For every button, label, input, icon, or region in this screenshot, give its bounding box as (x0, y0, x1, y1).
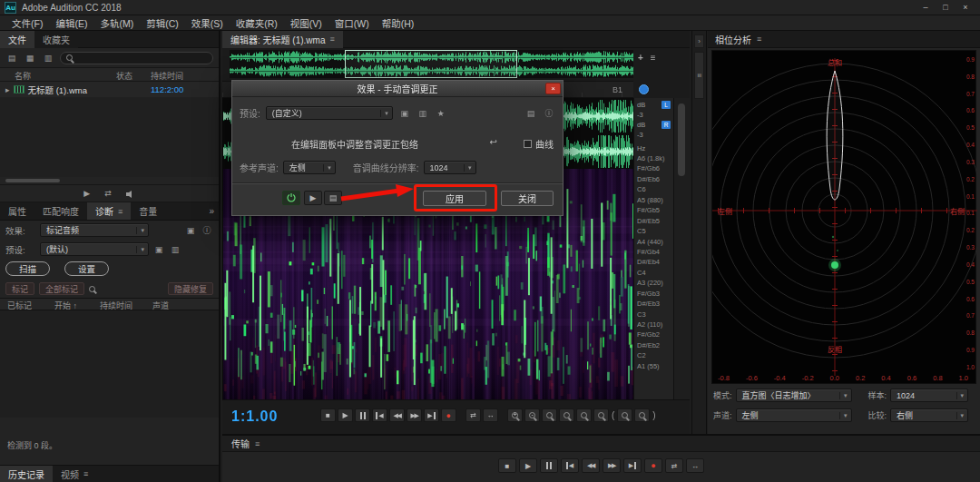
menu-item[interactable]: 帮助(H) (376, 15, 421, 31)
scrollbar-thumb[interactable] (678, 103, 685, 176)
spline-checkbox[interactable] (524, 140, 532, 148)
stop-button[interactable]: ■ (498, 458, 516, 473)
menu-item[interactable]: 窗口(W) (328, 15, 376, 31)
vertical-scrollbar[interactable] (673, 98, 690, 399)
zoom-full-button[interactable] (634, 408, 650, 422)
column-channel[interactable]: 声道 (152, 300, 169, 311)
rewind-button[interactable]: ◀◀ (582, 458, 600, 473)
panel-menu-icon[interactable]: ≡ (255, 439, 260, 448)
stop-button[interactable]: ■ (320, 408, 336, 422)
panel-menu-icon[interactable]: ≡ (651, 53, 656, 63)
preview-play-button[interactable]: ▶ (304, 191, 322, 205)
play-button[interactable]: ▶ (519, 458, 537, 473)
more-tabs-icon[interactable]: » (204, 206, 219, 216)
overview-selection[interactable] (345, 50, 517, 78)
expand-panel-button[interactable]: › (694, 34, 704, 48)
menu-item[interactable]: 剪辑(C) (140, 15, 185, 31)
loop-playback-button[interactable]: ⇄ (665, 458, 683, 473)
menu-item[interactable]: 编辑(E) (49, 15, 93, 31)
preset-dropdown[interactable]: (默认) ▾ (40, 242, 149, 256)
skip-selection-button[interactable]: ↔ (686, 458, 704, 473)
preview-loop-button[interactable]: ⇄ (104, 189, 112, 198)
info-icon[interactable]: ⓘ (543, 107, 555, 119)
tab-history[interactable]: 历史记录 (0, 466, 53, 482)
dialog-close-button[interactable]: 关闭 (501, 191, 554, 206)
mode-dropdown[interactable]: 直方图〈日志增加〉 ▾ (736, 389, 852, 402)
zoom-out-time-button[interactable] (559, 408, 574, 422)
effects-rack-icon[interactable]: ▤ (524, 109, 537, 118)
search-box[interactable] (60, 52, 213, 64)
info-icon[interactable]: ⓘ (201, 224, 213, 236)
speaker-icon[interactable] (126, 185, 135, 202)
panel-menu-icon[interactable]: ≡ (757, 34, 761, 44)
search-input[interactable] (76, 54, 207, 63)
settings-button[interactable]: 设置 (64, 261, 109, 276)
skip-to-start-button[interactable]: ◀ (561, 458, 579, 473)
zoom-to-selection-button[interactable] (617, 408, 632, 422)
column-duration2[interactable]: 持续时间 (100, 300, 132, 311)
new-file-icon[interactable]: ▤ (5, 53, 18, 64)
panel-menu-icon[interactable]: ≡ (329, 34, 334, 44)
zoom-in-button[interactable] (507, 408, 523, 422)
hide-fixed-button[interactable]: 隐藏修复 (168, 282, 213, 295)
pause-button[interactable] (540, 458, 558, 473)
undo-icon[interactable]: ↩ (490, 137, 497, 147)
maximize-button[interactable]: □ (936, 1, 956, 14)
skip-to-end-button[interactable]: ▶ (424, 408, 439, 422)
delete-preset-icon[interactable]: ▥ (416, 109, 429, 118)
skip-selection-button[interactable]: ↔ (483, 408, 498, 422)
samples-dropdown[interactable]: 1024 ▾ (890, 389, 968, 402)
rewind-button[interactable]: ◀◀ (389, 408, 405, 422)
pan-tool-icon[interactable]: + (638, 53, 643, 63)
channel-dropdown[interactable]: 左侧 ▾ (736, 408, 852, 422)
minimize-button[interactable]: – (916, 1, 936, 14)
menu-item[interactable]: 文件(F) (5, 15, 49, 31)
expand-chevron-icon[interactable]: ▸ (5, 85, 10, 94)
overview-waveform[interactable] (230, 50, 633, 78)
zoom-out-amplitude-button[interactable] (593, 408, 609, 422)
dialog-preset-dropdown[interactable]: (自定义) ▾ (266, 106, 393, 120)
fast-forward-button[interactable]: ▶▶ (603, 458, 621, 473)
play-button[interactable]: ▶ (338, 408, 353, 422)
mark-all-button[interactable]: 全部标记 (39, 282, 84, 295)
compare-dropdown[interactable]: 右侧 ▾ (890, 408, 968, 422)
tab-files[interactable]: 文件 (0, 31, 34, 48)
menu-item[interactable]: 效果(S) (185, 15, 230, 31)
tab-video[interactable]: 视频≡ (53, 466, 96, 482)
zoom-in-amplitude-button[interactable] (576, 408, 592, 422)
menu-item[interactable]: 视图(V) (284, 15, 328, 31)
column-name[interactable]: 名称 (15, 70, 31, 82)
mark-button[interactable]: 标记 (5, 282, 34, 295)
menu-item[interactable]: 多轨(M) (93, 15, 140, 31)
left-channel-badge[interactable]: L (662, 101, 671, 109)
right-channel-badge[interactable]: R (662, 121, 671, 129)
tab-match-loudness[interactable]: 匹配响度 (34, 202, 87, 220)
sync-status-icon[interactable] (639, 84, 649, 94)
column-marked[interactable]: 已标记 (7, 300, 32, 311)
dialog-title-bar[interactable]: 效果 - 手动音调更正 × (232, 81, 563, 97)
column-status[interactable]: 状态 (116, 70, 132, 82)
panel-menu-icon[interactable]: ≡ (83, 469, 88, 478)
find-icon[interactable] (89, 286, 95, 292)
file-row[interactable]: ▸ 无标题 (1).wma 112:2:00 (0, 82, 219, 97)
delete-preset-icon[interactable]: ▥ (169, 245, 181, 254)
collapsed-panel-tab[interactable]: ≡ (694, 52, 704, 99)
effect-power-toggle[interactable] (282, 191, 300, 205)
record-button[interactable]: ● (644, 458, 662, 473)
scan-button[interactable]: 扫描 (5, 261, 50, 276)
trash-icon[interactable]: ▥ (42, 53, 54, 64)
tab-amplitude[interactable]: 音量 (131, 202, 165, 220)
column-start[interactable]: 开始 ↑ (54, 300, 77, 311)
save-effect-icon[interactable]: ▣ (184, 226, 197, 235)
column-duration[interactable]: 持续时间 (151, 70, 183, 82)
import-file-icon[interactable]: ▦ (24, 53, 36, 64)
horizontal-scrollbar[interactable] (5, 179, 60, 182)
save-preset-icon[interactable]: ▣ (398, 109, 411, 118)
fast-forward-button[interactable]: ▶▶ (407, 408, 422, 422)
dialog-close-icon[interactable]: × (545, 83, 561, 94)
tab-editor[interactable]: 编辑器: 无标题 (1).wma≡ (222, 31, 343, 48)
skip-to-start-button[interactable]: ◀ (372, 408, 387, 422)
pause-button[interactable] (355, 408, 370, 422)
zoom-out-button[interactable] (524, 408, 540, 422)
file-list-empty-area[interactable] (0, 97, 219, 177)
